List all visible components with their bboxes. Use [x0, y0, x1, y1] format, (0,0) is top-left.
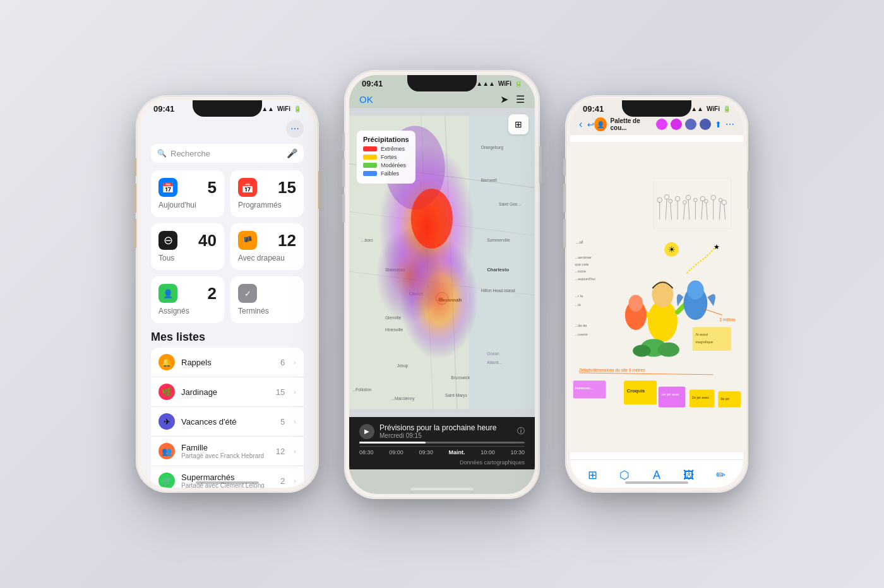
ok-button[interactable]: OK: [359, 94, 373, 105]
svg-text:...de de: ...de de: [575, 324, 587, 327]
more-button[interactable]: ⋯: [726, 119, 734, 129]
list-item-supermarches[interactable]: 🛒 Supermarchés Partagé avec Clément Lelo…: [151, 466, 304, 488]
wifi-icon: WiFi: [498, 80, 511, 87]
battery-icon: 🔋: [723, 105, 731, 112]
supermarches-info: Supermarchés Partagé avec Clément Lelong: [181, 473, 274, 488]
iphone-weather: 09:41 ▲▲▲ WiFi 🔋 OK ➤ ☰: [344, 70, 540, 499]
toolbar-right: 👤 Palette de cou... ⬆ ⋯: [594, 117, 734, 131]
home-indicator: [410, 488, 474, 490]
mic-icon[interactable]: 🎤: [287, 148, 297, 158]
rappels-count: 6: [280, 358, 285, 367]
map-toolbar-right: ⊞: [508, 114, 529, 134]
done-label: Terminés: [238, 307, 296, 315]
svg-text:...nctre: ...nctre: [575, 269, 586, 273]
precipitation-legend: Précipitations Extrêmes Fortes Modérées …: [357, 131, 415, 184]
stat-card-all[interactable]: ⊖ 40 Tous: [151, 223, 224, 270]
chevron-icon: ›: [294, 477, 296, 485]
svg-text:3e jet: 3e jet: [720, 397, 729, 401]
famille-name: Famille: [181, 443, 270, 452]
moderate-label: Modérées: [381, 162, 406, 168]
listes-card: 🔔 Rappels 6 › 🌿 Jardinage 15 › ✈: [151, 348, 304, 488]
today-label: Aujourd'hui: [158, 201, 217, 209]
supermarches-name: Supermarchés: [181, 473, 274, 482]
notch: [622, 100, 691, 117]
svg-text:Croquis: Croquis: [627, 388, 645, 394]
chevron-icon: ›: [294, 447, 296, 455]
assigned-label: Assignés: [158, 307, 217, 315]
share-button[interactable]: ⬆: [715, 120, 722, 129]
search-placeholder: Recherche: [170, 149, 210, 158]
color-dot-1[interactable]: [656, 119, 667, 130]
svg-text:...ul: ...ul: [576, 240, 583, 244]
more-button[interactable]: ⋯: [286, 120, 304, 138]
status-icons: ▲▲▲ WiFi 🔋: [255, 105, 301, 112]
search-icon: 🔍: [157, 149, 167, 158]
svg-text:…: …: [661, 399, 664, 402]
stat-card-scheduled[interactable]: 📅 15 Programmés: [230, 170, 304, 217]
flag-icon: 🏴: [238, 231, 257, 250]
avatar: 👤: [594, 117, 606, 131]
stat-card-done[interactable]: ✓ Terminés: [230, 276, 304, 323]
color-dot-2[interactable]: [671, 119, 682, 130]
palette-title: Palette de cou...: [611, 117, 652, 131]
wifi-icon: WiFi: [277, 105, 290, 112]
svg-text:...uvenir: ...uvenir: [575, 332, 588, 336]
supermarches-count: 2: [280, 476, 285, 486]
extremes-label: Extrêmes: [381, 146, 405, 152]
stat-card-today[interactable]: 📅 5 Aujourd'hui: [151, 170, 224, 217]
chevron-icon: ›: [294, 358, 296, 366]
moderate-swatch: [363, 163, 377, 168]
info-icon: ⓘ: [517, 426, 525, 437]
status-time: 09:41: [153, 104, 174, 114]
color-dot-4[interactable]: [700, 119, 711, 130]
play-button[interactable]: ▶: [359, 424, 374, 439]
weather-bottom-panel: ▶ Prévisions pour la prochaine heure Mer…: [349, 417, 535, 469]
weather-toolbar: ➤ ☰: [500, 93, 525, 105]
undo-button[interactable]: ↩: [587, 120, 594, 129]
supermarches-icon: 🛒: [158, 473, 175, 488]
status-icons: ▲▲▲ WiFi 🔋: [476, 80, 522, 87]
list-item-rappels[interactable]: 🔔 Rappels 6 ›: [151, 348, 304, 377]
svg-text:...aujourd'hui: ...aujourd'hui: [575, 277, 595, 281]
scheduled-label: Programmés: [238, 201, 296, 209]
all-icon: ⊖: [158, 231, 177, 250]
back-button[interactable]: ‹: [579, 119, 582, 130]
weather-map[interactable]: Evans Aiken Orangeburg Barnwell Saint Ge…: [349, 108, 535, 417]
list-icon[interactable]: ☰: [516, 93, 525, 105]
assigned-count: 2: [208, 284, 217, 303]
extremes-swatch: [363, 146, 377, 151]
scheduled-count: 15: [278, 178, 296, 197]
stat-card-assigned[interactable]: 👤 2 Assignés: [151, 276, 224, 323]
stat-card-flagged[interactable]: 🏴 12 Avec drapeau: [230, 223, 304, 270]
all-label: Tous: [158, 254, 217, 262]
list-item-jardinage[interactable]: 🌿 Jardinage 15 ›: [151, 377, 304, 407]
light-swatch: [363, 171, 377, 176]
svg-text:Détails/dimensions du site 9 m: Détails/dimensions du site 9 mètres: [579, 368, 645, 372]
location-arrow-icon[interactable]: ➤: [500, 93, 508, 105]
svg-text:Hommex...: Hommex...: [575, 386, 594, 390]
flagged-label: Avec drapeau: [238, 254, 296, 262]
famille-info: Famille Partagé avec Franck Hebrard: [181, 443, 270, 459]
strong-swatch: [363, 155, 377, 160]
svg-text:que cela: que cela: [575, 262, 589, 266]
status-icons: ▲▲▲ WiFi 🔋: [684, 105, 731, 112]
legend-strong: Fortes: [363, 154, 409, 160]
svg-text:1er jet avec: 1er jet avec: [661, 392, 679, 396]
famille-icon: 👥: [158, 443, 175, 459]
svg-text:...la: ...la: [575, 303, 582, 307]
pencil-tool-button[interactable]: ✏: [711, 465, 731, 485]
layers-button[interactable]: ⊞: [508, 114, 529, 134]
legend-moderate: Modérées: [363, 162, 409, 168]
home-indicator: [625, 481, 688, 484]
svg-text:3 mètres: 3 mètres: [719, 317, 736, 322]
search-bar[interactable]: 🔍 Recherche 🎤: [151, 144, 304, 163]
color-dot-3[interactable]: [685, 119, 696, 130]
toolbar-left: ‹ ↩: [579, 119, 594, 130]
vacances-name: Vacances d'été: [181, 417, 274, 426]
list-item-famille[interactable]: 👥 Famille Partagé avec Franck Hebrard 12…: [151, 437, 304, 466]
list-item-vacances[interactable]: ✈ Vacances d'été 5 ›: [151, 407, 304, 437]
battery-icon: 🔋: [294, 105, 301, 112]
freeform-canvas[interactable]: ...ul ...sentimer que cela ...nctre ...a…: [570, 135, 743, 459]
notes-toolbar: ‹ ↩ 👤 Palette de cou... ⬆: [570, 115, 743, 135]
grid-tool-button[interactable]: ⊞: [582, 465, 602, 485]
